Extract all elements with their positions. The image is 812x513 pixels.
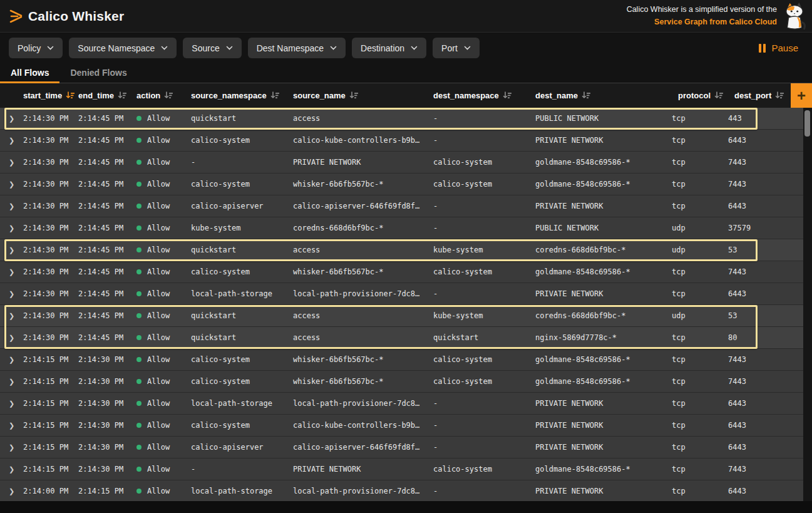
table-row[interactable]: ❯ 2:14:15 PM 2:14:30 PM Allow calico-api… [0, 437, 803, 459]
filter-destination-button[interactable]: Destination [352, 38, 426, 58]
whisker-logo-icon [9, 8, 24, 24]
column-header-action[interactable]: action [136, 91, 191, 100]
tab-all-flows[interactable]: All Flows [0, 63, 59, 83]
column-label: dest_port [734, 91, 771, 100]
cell-end-time: 2:14:45 PM [78, 224, 136, 232]
cell-dest-namespace: calico-system [433, 355, 535, 364]
row-expand-icon[interactable]: ❯ [0, 487, 23, 495]
cell-start-time: 2:14:30 PM [23, 180, 78, 189]
cell-end-time: 2:14:30 PM [78, 443, 136, 452]
column-header-dest-name[interactable]: dest_name [535, 91, 672, 100]
cell-dest-port: 6443 [728, 202, 803, 210]
filter-source-button[interactable]: Source [183, 38, 241, 58]
row-expand-icon[interactable]: ❯ [0, 312, 23, 320]
row-expand-icon[interactable]: ❯ [0, 224, 23, 232]
column-header-protocol[interactable]: protocol [672, 91, 728, 100]
chevron-down-icon [226, 46, 233, 50]
cell-source-namespace: quickstart [191, 246, 293, 254]
row-expand-icon[interactable]: ❯ [0, 378, 23, 386]
table-row[interactable]: ❯ 2:14:00 PM 2:14:15 PM Allow local-path… [0, 480, 803, 501]
filter-policy-button[interactable]: Policy [9, 38, 63, 58]
tab-denied-flows[interactable]: Denied Flows [59, 63, 137, 83]
table-row[interactable]: ❯ 2:14:30 PM 2:14:45 PM Allow quickstart… [0, 239, 803, 261]
table-row[interactable]: ❯ 2:14:30 PM 2:14:45 PM Allow quickstart… [0, 327, 803, 349]
cell-source-name: whisker-6b6fb567bc-* [293, 267, 433, 276]
allow-status-dot [136, 313, 141, 318]
cell-start-time: 2:14:15 PM [23, 465, 78, 474]
row-expand-icon[interactable]: ❯ [0, 465, 23, 474]
cell-protocol: tcp [672, 443, 728, 452]
row-expand-icon[interactable]: ❯ [0, 443, 23, 452]
row-expand-icon[interactable]: ❯ [0, 334, 23, 342]
sort-icon [503, 91, 512, 100]
cell-source-namespace: calico-system [191, 136, 293, 145]
filter-source-namespace-button[interactable]: Source Namespace [69, 38, 177, 58]
allow-status-dot [136, 467, 141, 472]
table-row[interactable]: ❯ 2:14:30 PM 2:14:45 PM Allow calico-sys… [0, 174, 803, 195]
cell-dest-name: goldmane-8548c69586-* [535, 377, 672, 386]
table-row[interactable]: ❯ 2:14:30 PM 2:14:45 PM Allow calico-api… [0, 195, 803, 217]
allow-status-dot [136, 204, 141, 209]
table-row[interactable]: ❯ 2:14:30 PM 2:14:45 PM Allow quickstart… [0, 305, 803, 327]
table-row[interactable]: ❯ 2:14:15 PM 2:14:30 PM Allow calico-sys… [0, 415, 803, 437]
table-row[interactable]: ❯ 2:14:30 PM 2:14:45 PM Allow calico-sys… [0, 261, 803, 283]
cell-dest-port: 443 [728, 114, 803, 123]
cell-source-name: PRIVATE NETWORK [293, 158, 433, 167]
scrollbar-thumb[interactable] [804, 110, 810, 137]
column-header-start-time[interactable]: start_time [23, 91, 78, 100]
cell-source-namespace: calico-system [191, 180, 293, 189]
cell-source-name: access [293, 114, 433, 123]
filter-dest-namespace-button[interactable]: Dest Namespace [248, 38, 346, 58]
row-expand-icon[interactable]: ❯ [0, 290, 23, 298]
row-expand-icon[interactable]: ❯ [0, 158, 23, 167]
cell-action: Allow [136, 487, 191, 495]
service-graph-link[interactable]: Service Graph from Calico Cloud [654, 18, 777, 26]
row-expand-icon[interactable]: ❯ [0, 400, 23, 408]
pause-button[interactable]: Pause [759, 43, 803, 53]
row-expand-icon[interactable]: ❯ [0, 115, 23, 123]
table-row[interactable]: ❯ 2:14:30 PM 2:14:45 PM Allow local-path… [0, 283, 803, 305]
cell-source-name: local-path-provisioner-7dc8… [293, 289, 433, 298]
column-header-end-time[interactable]: end_time [78, 91, 136, 100]
cell-dest-name: PRIVATE NETWORK [535, 399, 672, 408]
cell-dest-name: goldmane-8548c69586-* [535, 267, 672, 276]
table-row[interactable]: ❯ 2:14:30 PM 2:14:45 PM Allow kube-syste… [0, 217, 803, 239]
cell-dest-namespace: - [433, 136, 535, 145]
table-row[interactable]: ❯ 2:14:30 PM 2:14:45 PM Allow quickstart… [0, 108, 803, 130]
cell-end-time: 2:14:45 PM [78, 114, 136, 123]
cell-start-time: 2:14:15 PM [23, 355, 78, 364]
cell-dest-namespace: quickstart [433, 333, 535, 342]
cell-protocol: tcp [672, 333, 728, 342]
cell-dest-name: PUBLIC NETWORK [535, 224, 672, 232]
add-column-button[interactable]: + [791, 83, 812, 108]
cell-start-time: 2:14:30 PM [23, 289, 78, 298]
filter-port-button[interactable]: Port [433, 38, 480, 58]
cell-end-time: 2:14:45 PM [78, 333, 136, 342]
cell-end-time: 2:14:15 PM [78, 487, 136, 495]
table-row[interactable]: ❯ 2:14:30 PM 2:14:45 PM Allow calico-sys… [0, 130, 803, 152]
row-expand-icon[interactable]: ❯ [0, 268, 23, 276]
row-expand-icon[interactable]: ❯ [0, 356, 23, 364]
row-expand-icon[interactable]: ❯ [0, 180, 23, 189]
column-header-source-name[interactable]: source_name [293, 91, 433, 100]
table-row[interactable]: ❯ 2:14:30 PM 2:14:45 PM Allow - PRIVATE … [0, 152, 803, 174]
table-row[interactable]: ❯ 2:14:15 PM 2:14:30 PM Allow calico-sys… [0, 371, 803, 393]
cell-end-time: 2:14:45 PM [78, 289, 136, 298]
cell-end-time: 2:14:30 PM [78, 355, 136, 364]
column-header-source-namespace[interactable]: source_namespace [191, 91, 293, 100]
row-expand-icon[interactable]: ❯ [0, 202, 23, 210]
table-row[interactable]: ❯ 2:14:15 PM 2:14:30 PM Allow local-path… [0, 393, 803, 415]
table-row[interactable]: ❯ 2:14:15 PM 2:14:30 PM Allow - PRIVATE … [0, 459, 803, 480]
cell-start-time: 2:14:30 PM [23, 333, 78, 342]
column-header-dest-namespace[interactable]: dest_namespace [433, 91, 535, 100]
tab-bar: All FlowsDenied Flows [0, 63, 812, 83]
cell-dest-port: 6443 [728, 443, 803, 452]
row-expand-icon[interactable]: ❯ [0, 246, 23, 254]
table-row[interactable]: ❯ 2:14:15 PM 2:14:30 PM Allow calico-sys… [0, 349, 803, 371]
cell-source-name: calico-kube-controllers-b9b… [293, 421, 433, 430]
row-expand-icon[interactable]: ❯ [0, 137, 23, 145]
cell-dest-namespace: calico-system [433, 377, 535, 386]
row-expand-icon[interactable]: ❯ [0, 422, 23, 430]
column-label: source_name [293, 91, 346, 100]
cell-start-time: 2:14:30 PM [23, 267, 78, 276]
